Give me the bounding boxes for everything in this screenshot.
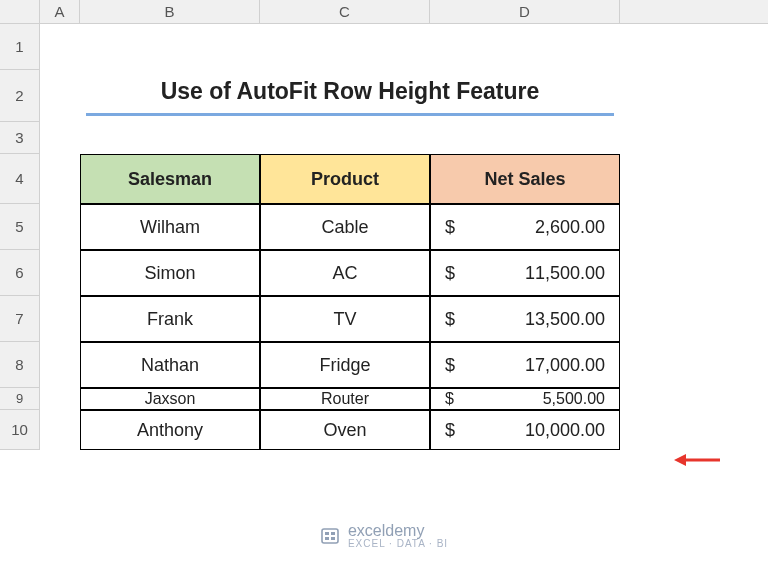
svg-rect-5 — [325, 537, 329, 540]
cell-product[interactable]: Fridge — [260, 342, 430, 388]
svg-rect-6 — [331, 537, 335, 540]
row-header-6[interactable]: 6 — [0, 250, 40, 296]
netsales-value: 5,500.00 — [543, 390, 605, 408]
cell-salesman[interactable]: Nathan — [80, 342, 260, 388]
logo-icon — [320, 526, 340, 546]
cell-salesman[interactable]: Simon — [80, 250, 260, 296]
cell-salesman[interactable]: Jaxson — [80, 388, 260, 410]
currency-symbol: $ — [445, 355, 455, 376]
header-netsales[interactable]: Net Sales — [430, 154, 620, 204]
col-header-a[interactable]: A — [40, 0, 80, 24]
brand-name: exceldemy — [348, 523, 448, 539]
cell-salesman[interactable]: Wilham — [80, 204, 260, 250]
col-header-c[interactable]: C — [260, 0, 430, 24]
svg-rect-2 — [322, 529, 338, 543]
cell-salesman[interactable]: Anthony — [80, 410, 260, 450]
svg-marker-1 — [674, 454, 686, 466]
arrow-left-icon — [674, 452, 720, 468]
row-header-7[interactable]: 7 — [0, 296, 40, 342]
cell-product[interactable]: AC — [260, 250, 430, 296]
brand-footer: exceldemy EXCEL · DATA · BI — [0, 523, 768, 549]
netsales-value: 11,500.00 — [525, 263, 605, 284]
netsales-value: 17,000.00 — [525, 355, 605, 376]
svg-rect-3 — [325, 532, 329, 535]
col-header-d[interactable]: D — [430, 0, 620, 24]
row-header-5[interactable]: 5 — [0, 204, 40, 250]
netsales-value: 2,600.00 — [535, 217, 605, 238]
cell-netsales[interactable]: $ 17,000.00 — [430, 342, 620, 388]
cell-netsales[interactable]: $ 10,000.00 — [430, 410, 620, 450]
row-header-2[interactable]: 2 — [0, 70, 40, 122]
currency-symbol: $ — [445, 309, 455, 330]
cell-salesman[interactable]: Frank — [80, 296, 260, 342]
header-product[interactable]: Product — [260, 154, 430, 204]
cell-netsales[interactable]: $ 11,500.00 — [430, 250, 620, 296]
currency-symbol: $ — [445, 263, 455, 284]
page-title: Use of AutoFit Row Height Feature — [86, 70, 614, 116]
svg-rect-4 — [331, 532, 335, 535]
currency-symbol: $ — [445, 420, 455, 441]
brand-tagline: EXCEL · DATA · BI — [348, 539, 448, 549]
currency-symbol: $ — [445, 217, 455, 238]
cell-netsales[interactable]: $ 13,500.00 — [430, 296, 620, 342]
netsales-value: 13,500.00 — [525, 309, 605, 330]
row-header-9[interactable]: 9 — [0, 388, 40, 410]
row-header-3[interactable]: 3 — [0, 122, 40, 154]
cell-product[interactable]: TV — [260, 296, 430, 342]
netsales-value: 10,000.00 — [525, 420, 605, 441]
row-header-10[interactable]: 10 — [0, 410, 40, 450]
select-all-corner[interactable] — [0, 0, 40, 24]
cell-netsales[interactable]: $ 5,500.00 — [430, 388, 620, 410]
currency-symbol: $ — [445, 390, 454, 408]
row-header-1[interactable]: 1 — [0, 24, 40, 70]
col-header-b[interactable]: B — [80, 0, 260, 24]
spreadsheet-grid: A B C D 1 2 3 4 5 6 7 8 9 10 Use of Auto… — [0, 0, 768, 450]
cell-product[interactable]: Oven — [260, 410, 430, 450]
cell-netsales[interactable]: $ 2,600.00 — [430, 204, 620, 250]
row-header-8[interactable]: 8 — [0, 342, 40, 388]
cell-product[interactable]: Cable — [260, 204, 430, 250]
header-salesman[interactable]: Salesman — [80, 154, 260, 204]
cell-product[interactable]: Router — [260, 388, 430, 410]
row-header-4[interactable]: 4 — [0, 154, 40, 204]
